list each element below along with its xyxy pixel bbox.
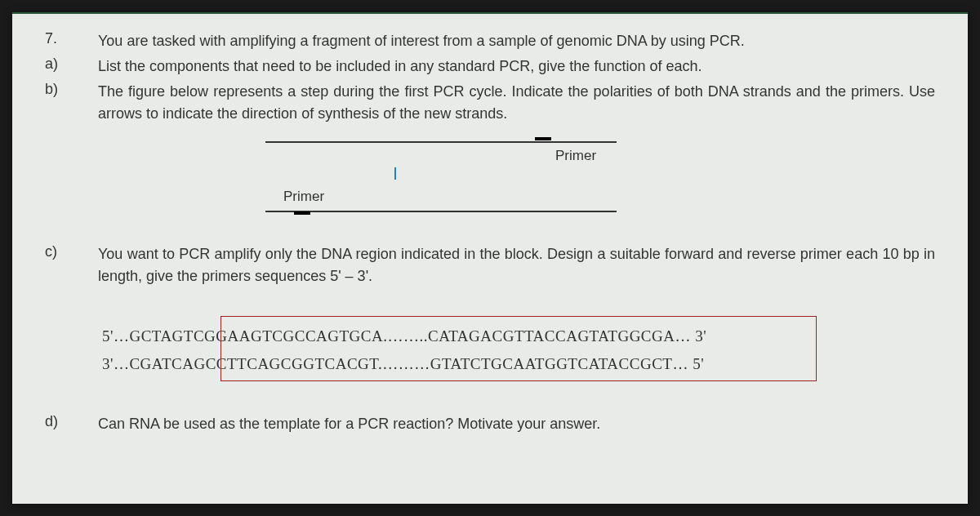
primer-mark-top <box>535 137 551 140</box>
primer-mark-bottom <box>294 211 310 215</box>
part-c-text: You want to PCR amplify only the DNA reg… <box>98 243 935 287</box>
part-b-label: b) <box>45 81 74 98</box>
dna-strand-bottom <box>265 211 617 212</box>
pcr-figure: Primer Ⅰ Primer <box>45 141 935 223</box>
part-a-label: a) <box>45 56 74 73</box>
part-c-row: c) You want to PCR amplify only the DNA … <box>45 243 935 287</box>
question-number: 7. <box>45 30 74 47</box>
question-intro-row: 7. You are tasked with amplifying a frag… <box>45 30 935 52</box>
sequence-top-strand: 5'…GCTAGTCGGAAGTCGCCAGTGCA.……..CATAGACGT… <box>102 322 927 350</box>
question-intro-text: You are tasked with amplifying a fragmen… <box>98 30 935 52</box>
document-page: 7. You are tasked with amplifying a frag… <box>12 12 968 504</box>
part-b-row: b) The figure below represents a step du… <box>45 81 935 125</box>
part-c-label: c) <box>45 243 74 260</box>
part-d-label: d) <box>45 413 74 430</box>
text-cursor-icon: Ⅰ <box>393 164 398 184</box>
primer-label-top: Primer <box>555 148 596 164</box>
dna-strand-top <box>265 141 617 143</box>
part-d-text: Can RNA be used as the template for a PC… <box>98 413 935 435</box>
part-a-text: List the components that need to be incl… <box>98 56 935 78</box>
part-b-text: The figure below represents a step durin… <box>98 81 935 125</box>
dna-sequence-block: 5'…GCTAGTCGGAAGTCGCCAGTGCA.……..CATAGACGT… <box>94 308 935 393</box>
part-d-row: d) Can RNA be used as the template for a… <box>45 413 935 435</box>
part-a-row: a) List the components that need to be i… <box>45 56 935 78</box>
primer-label-bottom: Primer <box>283 189 324 205</box>
sequence-bottom-strand: 3'…CGATCAGCCTTCAGCGGTCACGT.………GTATCTGCAA… <box>102 350 927 378</box>
